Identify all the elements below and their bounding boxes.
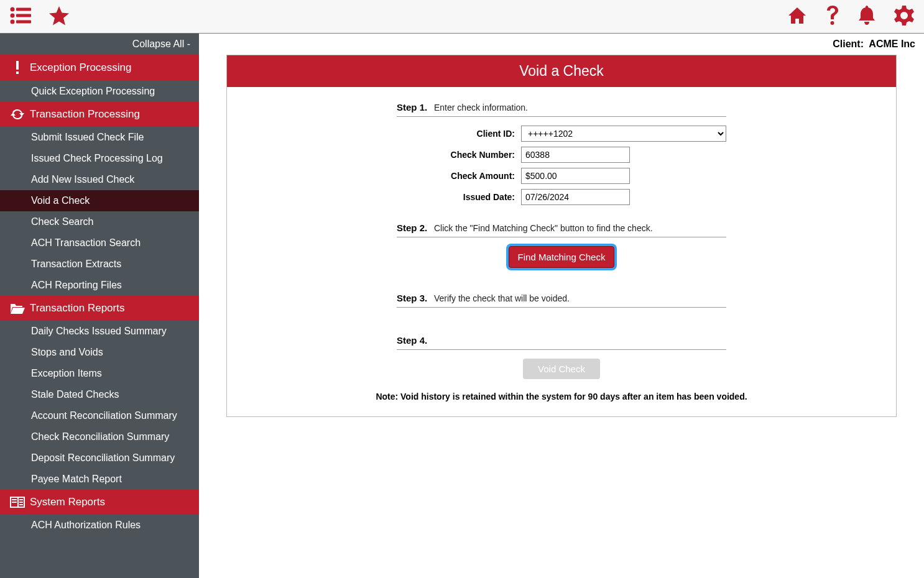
svg-point-4 [11, 19, 15, 24]
main: Client: ACME Inc Void a Check Step 1. En… [199, 34, 924, 578]
nav-item-void-check[interactable]: Void a Check [0, 190, 199, 211]
nav-item-ach-search[interactable]: ACH Transaction Search [0, 232, 199, 254]
report-icon [9, 497, 26, 508]
bell-icon[interactable] [858, 6, 875, 28]
client-name: ACME Inc [869, 39, 915, 49]
help-icon[interactable] [826, 6, 839, 28]
step-2-row: Step 2. Click the "Find Matching Check" … [397, 222, 726, 237]
issued-date-input[interactable] [521, 189, 630, 205]
svg-rect-5 [16, 20, 31, 23]
svg-rect-3 [16, 14, 31, 17]
refresh-icon [9, 108, 26, 121]
nav-item-check-recon[interactable]: Check Reconciliation Summary [0, 426, 199, 447]
nav-header-label: Transaction Processing [30, 108, 140, 121]
check-amount-input[interactable] [521, 168, 630, 184]
nav-item-account-recon[interactable]: Account Reconciliation Summary [0, 405, 199, 426]
gear-icon[interactable] [894, 6, 914, 28]
nav-item-deposit-recon[interactable]: Deposit Reconciliation Summary [0, 447, 199, 469]
issued-date-label: Issued Date: [397, 192, 521, 202]
svg-point-0 [11, 7, 15, 11]
step-3-row: Step 3. Verify the check that will be vo… [397, 293, 726, 308]
card-body: Step 1. Enter check information. Client … [227, 87, 896, 416]
topbar-left [10, 6, 70, 28]
nav-header-label: Exception Processing [30, 62, 131, 74]
nav-header-exception-processing[interactable]: Exception Processing [0, 55, 199, 81]
void-button-area: Void Check [397, 359, 726, 379]
svg-point-7 [831, 21, 834, 25]
void-note: Note: Void history is retained within th… [264, 392, 859, 401]
nav-item-ach-reporting[interactable]: ACH Reporting Files [0, 275, 199, 296]
check-number-label: Check Number: [397, 150, 521, 160]
svg-rect-1 [16, 7, 31, 11]
nav-item-exception-items[interactable]: Exception Items [0, 363, 199, 384]
topbar-right [787, 6, 914, 28]
folder-open-icon [9, 303, 26, 314]
exclamation-icon [9, 61, 26, 75]
nav-item-stops-voids[interactable]: Stops and Voids [0, 342, 199, 363]
nav-header-system-reports[interactable]: System Reports [0, 490, 199, 515]
collapse-all[interactable]: Collapse All - [0, 34, 199, 55]
nav-item-ach-auth[interactable]: ACH Authorization Rules [0, 515, 199, 536]
find-matching-check-button[interactable]: Find Matching Check [509, 246, 615, 268]
step-2-label: Step 2. [397, 222, 434, 233]
step-4-row: Step 4. [397, 335, 726, 350]
nav-item-txn-extracts[interactable]: Transaction Extracts [0, 254, 199, 275]
nav-item-payee-match[interactable]: Payee Match Report [0, 469, 199, 490]
svg-rect-8 [16, 61, 19, 70]
sidebar: Collapse All - Exception Processing Quic… [0, 34, 199, 578]
nav-header-label: Transaction Reports [30, 302, 124, 314]
home-icon[interactable] [787, 6, 807, 27]
check-form: Client ID: +++++1202 Check Number: Check… [397, 126, 726, 205]
nav-item-submit-issued[interactable]: Submit Issued Check File [0, 127, 199, 148]
topbar [0, 0, 924, 34]
nav-header-transaction-processing[interactable]: Transaction Processing [0, 102, 199, 127]
nav-item-stale-checks[interactable]: Stale Dated Checks [0, 384, 199, 405]
void-check-button: Void Check [523, 359, 600, 379]
nav-item-add-issued[interactable]: Add New Issued Check [0, 169, 199, 190]
check-number-input[interactable] [521, 147, 630, 163]
step-1-label: Step 1. [397, 102, 434, 112]
nav-item-check-search[interactable]: Check Search [0, 211, 199, 232]
client-label: Client: ACME Inc [199, 34, 924, 55]
step-1-row: Step 1. Enter check information. [397, 102, 726, 117]
step-4-label: Step 4. [397, 335, 434, 346]
nav-item-quick-exception[interactable]: Quick Exception Processing [0, 81, 199, 102]
step-3-text: Verify the check that will be voided. [434, 293, 570, 303]
check-amount-label: Check Amount: [397, 171, 521, 181]
step-1-text: Enter check information. [434, 103, 528, 112]
svg-marker-6 [49, 6, 69, 25]
svg-point-2 [11, 13, 15, 17]
void-check-card: Void a Check Step 1. Enter check informa… [226, 55, 897, 417]
nav-item-issued-log[interactable]: Issued Check Processing Log [0, 148, 199, 169]
find-button-area: Find Matching Check [397, 246, 726, 268]
nav-item-daily-checks[interactable]: Daily Checks Issued Summary [0, 321, 199, 342]
client-id-select[interactable]: +++++1202 [521, 126, 726, 142]
svg-rect-9 [16, 71, 19, 74]
client-label-text: Client: [833, 39, 864, 49]
star-icon[interactable] [49, 6, 70, 28]
client-id-label: Client ID: [397, 129, 521, 139]
step-3-label: Step 3. [397, 293, 434, 303]
menu-icon[interactable] [10, 7, 31, 27]
layout: Collapse All - Exception Processing Quic… [0, 34, 924, 578]
nav-header-label: System Reports [30, 496, 105, 508]
nav-header-transaction-reports[interactable]: Transaction Reports [0, 296, 199, 321]
page-title: Void a Check [227, 55, 896, 87]
step-2-text: Click the "Find Matching Check" button t… [434, 223, 653, 233]
